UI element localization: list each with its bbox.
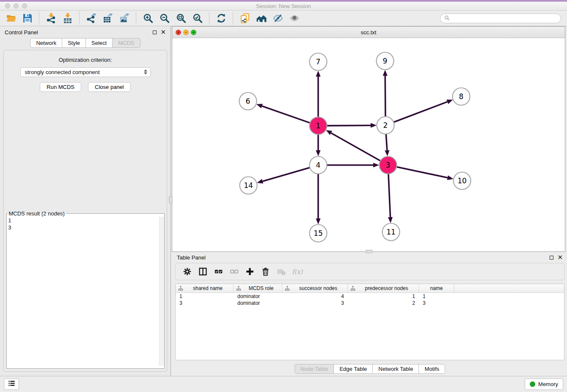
refresh-layout-button[interactable] [215, 12, 228, 25]
table-row[interactable]: 3dominator323 [176, 300, 564, 306]
graph-node-8[interactable]: 8 [453, 88, 470, 105]
zoom-fit-button[interactable] [174, 12, 187, 25]
graph-node-10[interactable]: 10 [454, 172, 471, 190]
horizontal-splitter-handle[interactable] [366, 250, 372, 253]
graph-node-15[interactable]: 15 [310, 225, 327, 242]
column-header-name[interactable]: name [419, 284, 454, 293]
hide-graphics-details-button[interactable] [271, 12, 284, 25]
hide-graphics-details-icon [273, 13, 283, 23]
table-tab-node-table[interactable]: Node Table [295, 364, 334, 374]
close-window-button[interactable] [5, 3, 10, 8]
run-mcds-button[interactable]: Run MCDS [40, 82, 81, 92]
close-panel-button[interactable]: Close panel [88, 82, 131, 92]
table-cell: 3 [282, 300, 348, 306]
graph-edge-3-1[interactable] [326, 130, 380, 160]
memory-button[interactable]: Memory [525, 378, 563, 390]
column-header-successor-nodes[interactable]: successor nodes [282, 284, 348, 293]
export-image-button[interactable] [118, 12, 131, 25]
column-header-label: name [421, 285, 451, 291]
tab-select[interactable]: Select [86, 38, 113, 48]
graph-node-4[interactable]: 4 [310, 157, 327, 174]
import-table-button[interactable] [61, 12, 74, 25]
zoom-out-button[interactable] [158, 12, 171, 25]
column-header-shared-name[interactable]: shared name [176, 284, 234, 293]
float-table-panel-icon[interactable] [550, 256, 553, 259]
zoom-fit-icon [176, 13, 186, 23]
export-network-button[interactable] [85, 12, 98, 25]
table-tab-motifs[interactable]: Motifs [419, 364, 445, 374]
show-columns-button[interactable] [196, 265, 209, 278]
table-panel: Table Panel ✕ f(x) shared nameMCDS roles… [171, 252, 567, 376]
delete-column-icon [261, 267, 270, 276]
import-network-button[interactable] [44, 12, 58, 25]
zoom-selected-button[interactable] [191, 12, 204, 25]
tab-network[interactable]: Network [30, 38, 62, 48]
mcds-result-list[interactable]: 13 [7, 217, 164, 366]
add-column-button[interactable] [243, 265, 256, 278]
network-minimize-button[interactable]: − [183, 30, 189, 35]
svg-text:f(x): f(x) [292, 268, 303, 276]
graph-node-3[interactable]: 3 [380, 157, 397, 174]
main-toolbar [0, 11, 567, 26]
graph-node-1[interactable]: 1 [310, 117, 327, 135]
graph-node-9[interactable]: 9 [377, 52, 394, 70]
select-all-rows-button[interactable] [212, 265, 225, 278]
tab-style[interactable]: Style [62, 38, 86, 48]
network-close-button[interactable]: × [176, 30, 181, 35]
graph-node-14[interactable]: 14 [240, 177, 257, 194]
zoom-in-button[interactable] [141, 12, 154, 25]
save-session-button[interactable] [21, 12, 34, 25]
graph-edge-3-10[interactable] [397, 167, 454, 180]
graph-edge-2-3[interactable] [385, 134, 389, 156]
close-table-panel-icon[interactable]: ✕ [557, 255, 563, 259]
control-panel-controls: ✕ [153, 30, 166, 34]
graph-node-2[interactable]: 2 [377, 117, 394, 134]
houses-button[interactable] [255, 12, 268, 25]
graph-node-7[interactable]: 7 [310, 53, 327, 71]
network-canvas[interactable]: 1234678910111415 [172, 38, 565, 251]
zoom-in-icon [143, 13, 153, 23]
graph-edge-2-9[interactable] [383, 70, 388, 116]
svg-text:3: 3 [386, 161, 391, 169]
column-header-mcds-role[interactable]: MCDS role [234, 284, 282, 293]
show-columns-icon [198, 267, 207, 276]
graph-edge-1-4[interactable] [316, 135, 320, 156]
minimize-window-button[interactable] [14, 3, 19, 8]
vertical-splitter-handle[interactable] [169, 196, 173, 203]
control-panel-title: Control Panel [5, 29, 38, 36]
graph-edge-4-3[interactable] [327, 163, 379, 167]
graph-edge-4-14[interactable] [257, 168, 310, 184]
criterion-select[interactable]: strongly connected component [20, 67, 151, 77]
tab-mcds[interactable]: MCDS [113, 38, 140, 48]
graph-edge-2-8[interactable] [394, 99, 453, 122]
table-settings-button[interactable] [181, 265, 194, 278]
toolbar-icon-strip [3, 12, 303, 25]
show-graphics-details-button[interactable] [288, 12, 301, 25]
table-header-row: shared nameMCDS rolesuccessor nodesprede… [176, 284, 564, 293]
table-tab-edge-table[interactable]: Edge Table [334, 364, 373, 374]
open-file-button[interactable] [4, 12, 17, 25]
float-panel-icon[interactable] [153, 30, 157, 34]
deselect-all-rows-button[interactable] [228, 265, 241, 278]
graph-edge-4-15[interactable] [316, 174, 320, 224]
close-panel-icon[interactable]: ✕ [160, 30, 166, 34]
column-header-predecessor-nodes[interactable]: predecessor nodes [348, 284, 419, 293]
graph-edge-1-2[interactable] [327, 123, 377, 128]
duplicate-network-button[interactable] [238, 12, 251, 25]
search-input[interactable] [452, 15, 557, 22]
table-row[interactable]: 1dominator411 [176, 293, 564, 300]
graph-node-6[interactable]: 6 [239, 93, 257, 110]
show-log-button[interactable] [4, 378, 19, 390]
graph-edge-1-7[interactable] [316, 71, 320, 117]
search-field[interactable] [440, 14, 561, 23]
table-tab-network-table[interactable]: Network Table [373, 364, 419, 374]
import-network-icon [46, 13, 56, 23]
delete-column-button[interactable] [259, 265, 272, 278]
export-table-button[interactable] [101, 12, 114, 25]
graph-edge-1-6[interactable] [256, 104, 310, 123]
network-zoom-button[interactable]: + [191, 30, 196, 35]
graph-node-11[interactable]: 11 [383, 224, 400, 241]
graph-edge-3-11[interactable] [388, 174, 393, 223]
table-cell: 1 [176, 293, 234, 299]
zoom-window-button[interactable] [22, 3, 27, 8]
